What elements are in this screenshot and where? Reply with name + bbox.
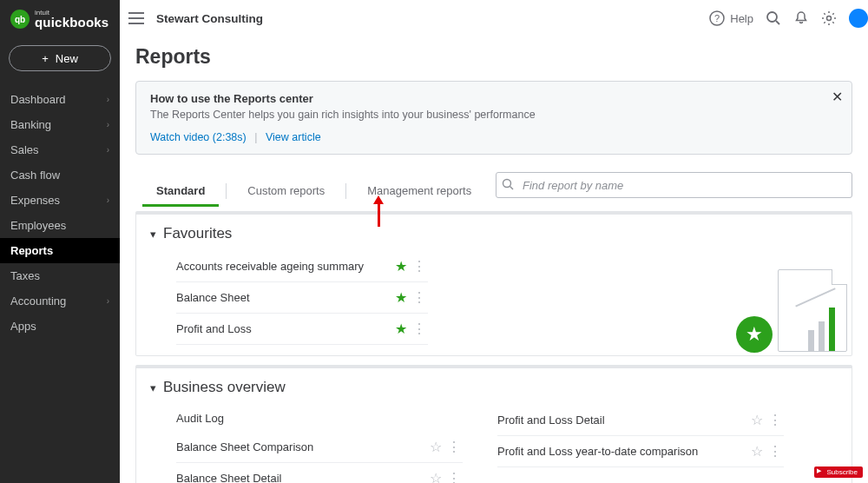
main: Stewart Consulting ? Help Reports How to… — [120, 0, 868, 483]
report-row[interactable]: Balance Sheet ★ ⋮ — [176, 282, 428, 314]
new-button-label: New — [56, 52, 78, 65]
star-icon[interactable]: ★ — [391, 321, 411, 337]
nav-label: Sales — [10, 143, 39, 156]
report-list-panel: ▾ Favourites Accounts receivable ageing … — [135, 211, 852, 356]
tab-standard[interactable]: Standard — [135, 175, 226, 206]
nav-label: Dashboard — [10, 93, 66, 106]
report-list-panel-2: ▾ Business overview Audit Log Balance Sh… — [135, 365, 852, 483]
star-icon[interactable]: ☆ — [426, 439, 445, 455]
sidebar-item-taxes[interactable]: Taxes — [0, 263, 120, 288]
star-icon[interactable]: ★ — [391, 258, 411, 275]
sidebar-nav: Dashboard› Banking› Sales› Cash flow Exp… — [0, 87, 120, 339]
sidebar-item-banking[interactable]: Banking› — [0, 112, 120, 137]
kebab-icon[interactable]: ⋮ — [445, 470, 463, 483]
svg-point-2 — [767, 12, 777, 22]
chevron-right-icon: › — [107, 296, 109, 306]
svg-text:?: ? — [714, 13, 720, 23]
view-article-link[interactable]: View article — [266, 131, 321, 143]
info-subtitle: The Reports Center helps you gain rich i… — [150, 109, 838, 121]
sidebar-item-employees[interactable]: Employees — [0, 213, 120, 238]
section-title: Favourites — [163, 225, 232, 242]
tab-management-reports[interactable]: Management reports — [346, 175, 492, 206]
kebab-icon[interactable]: ⋮ — [766, 412, 784, 428]
report-row[interactable]: Audit Log — [176, 405, 463, 432]
nav-label: Reports — [10, 244, 53, 257]
chevron-right-icon: › — [107, 120, 109, 129]
content: Reports How to use the Reports center Th… — [120, 36, 868, 483]
star-icon[interactable]: ☆ — [747, 443, 766, 460]
help-icon: ? — [709, 10, 725, 26]
report-row[interactable]: Balance Sheet Detail ☆ ⋮ — [176, 463, 463, 483]
gear-icon[interactable] — [821, 10, 837, 26]
help-label: Help — [730, 12, 753, 25]
chevron-right-icon: › — [107, 95, 109, 104]
menu-icon[interactable] — [128, 12, 144, 24]
star-icon[interactable]: ☆ — [426, 470, 445, 483]
nav-label: Apps — [10, 320, 36, 333]
report-row[interactable]: Balance Sheet Comparison ☆ ⋮ — [176, 432, 463, 463]
watch-video-link[interactable]: Watch video (2:38s) — [150, 131, 247, 143]
report-name: Profit and Loss — [176, 322, 391, 335]
sidebar-item-accounting[interactable]: Accounting› — [0, 288, 120, 314]
topbar: Stewart Consulting ? Help — [120, 0, 868, 36]
report-name: Profit and Loss Detail — [497, 414, 747, 427]
separator: | — [254, 131, 257, 143]
plus-icon: + — [42, 52, 49, 65]
help-button[interactable]: ? Help — [709, 10, 753, 26]
quickbooks-icon: qb — [10, 10, 30, 29]
sidebar-item-cash-flow[interactable]: Cash flow — [0, 162, 120, 188]
section-header-favourites[interactable]: ▾ Favourites — [150, 225, 838, 242]
brand-logo[interactable]: qb intuit quickbooks — [0, 0, 120, 42]
kebab-icon[interactable]: ⋮ — [411, 258, 428, 275]
sidebar-item-apps[interactable]: Apps — [0, 314, 120, 339]
bell-icon[interactable] — [793, 10, 809, 26]
svg-line-3 — [776, 21, 779, 24]
info-title: How to use the Reports center — [150, 92, 838, 105]
search-icon[interactable] — [766, 10, 781, 26]
tab-custom-reports[interactable]: Custom reports — [227, 175, 345, 206]
sidebar-item-dashboard[interactable]: Dashboard› — [0, 87, 120, 112]
sidebar-item-reports[interactable]: Reports — [0, 238, 120, 263]
avatar[interactable] — [849, 9, 868, 28]
nav-label: Employees — [10, 219, 66, 232]
report-name: Balance Sheet Detail — [176, 472, 426, 483]
close-icon[interactable]: ✕ — [832, 89, 843, 105]
kebab-icon[interactable]: ⋮ — [411, 289, 428, 306]
sidebar: qb intuit quickbooks + New Dashboard› Ba… — [0, 0, 120, 483]
sidebar-item-expenses[interactable]: Expenses› — [0, 188, 120, 213]
nav-label: Expenses — [10, 194, 60, 207]
report-name: Profit and Loss year-to-date comparison — [497, 445, 747, 458]
report-name: Audit Log — [176, 412, 463, 425]
report-name: Balance Sheet — [176, 291, 391, 304]
tabs: Standard Custom reports Management repor… — [135, 175, 852, 206]
section-header-business-overview[interactable]: ▾ Business overview — [150, 379, 838, 396]
info-card: How to use the Reports center The Report… — [135, 81, 852, 155]
nav-label: Accounting — [10, 294, 66, 308]
kebab-icon[interactable]: ⋮ — [766, 443, 784, 460]
report-row[interactable]: Accounts receivable ageing summary ★ ⋮ — [176, 251, 428, 282]
svg-point-4 — [827, 17, 832, 21]
new-button[interactable]: + New — [9, 45, 111, 71]
kebab-icon[interactable]: ⋮ — [445, 439, 463, 455]
nav-label: Taxes — [10, 269, 40, 282]
subscribe-badge[interactable]: Subscribe — [814, 466, 863, 478]
star-icon[interactable]: ☆ — [747, 412, 766, 428]
report-row[interactable]: Profit and Loss Detail ☆ ⋮ — [497, 405, 784, 436]
chevron-down-icon: ▾ — [150, 381, 156, 394]
report-row[interactable]: Profit and Loss ★ ⋮ — [176, 314, 428, 345]
brand-name: quickbooks — [35, 15, 108, 30]
report-row[interactable]: Profit and Loss year-to-date comparison … — [497, 436, 784, 467]
nav-label: Cash flow — [10, 169, 60, 182]
section-title: Business overview — [163, 379, 286, 396]
nav-label: Banking — [10, 118, 51, 131]
section-business-overview: ▾ Business overview Audit Log Balance Sh… — [136, 368, 852, 483]
chevron-right-icon: › — [107, 195, 109, 205]
report-name: Balance Sheet Comparison — [176, 440, 426, 453]
page-title: Reports — [135, 45, 852, 69]
star-icon[interactable]: ★ — [391, 289, 411, 306]
kebab-icon[interactable]: ⋮ — [411, 321, 428, 337]
section-favourites: ▾ Favourites Accounts receivable ageing … — [136, 215, 852, 355]
sidebar-item-sales[interactable]: Sales› — [0, 137, 120, 162]
company-name: Stewart Consulting — [156, 12, 263, 25]
chevron-right-icon: › — [107, 145, 109, 155]
